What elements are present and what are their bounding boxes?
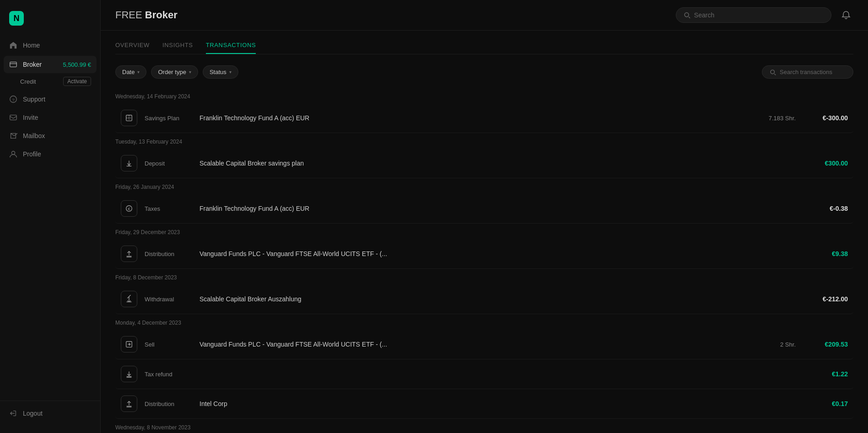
sidebar-label-profile: Profile — [23, 150, 41, 158]
broker-balance: 5,500.99 € — [63, 61, 91, 68]
global-search-bar[interactable] — [676, 7, 831, 23]
date-group-label: Friday, 26 January 2024 — [115, 178, 853, 194]
svg-point-5 — [11, 151, 15, 155]
tab-transactions[interactable]: TRANSACTIONS — [206, 42, 256, 54]
tab-insights[interactable]: INSIGHTS — [162, 42, 193, 54]
sell-icon — [121, 336, 137, 353]
broker-section: Broker 5,500.99 € Credit Activate — [4, 56, 97, 90]
sidebar-label-home: Home — [23, 42, 40, 49]
status-filter-chevron: ▾ — [229, 69, 232, 75]
distribution-icon — [121, 396, 137, 412]
search-input[interactable] — [694, 11, 824, 19]
sidebar-label-broker: Broker — [23, 61, 42, 68]
transaction-amount: €0.17 — [807, 400, 848, 407]
main-content: FREE Broker OVERVIEW — [101, 0, 868, 433]
filters-row: Date ▾ Order type ▾ Status ▾ Search tran… — [115, 65, 853, 79]
transaction-name: Scalable Capital Broker savings plan — [199, 160, 759, 167]
page-title: FREE Broker — [115, 9, 178, 21]
transactions-search-bar[interactable]: Search transactions — [762, 65, 853, 79]
sidebar-bottom: Logout — [0, 401, 100, 426]
transaction-amount: €-212.00 — [807, 295, 848, 303]
transaction-row[interactable]: SellVanguard Funds PLC - Vanguard FTSE A… — [115, 330, 853, 359]
transaction-shares: 2 Shr. — [759, 341, 796, 348]
order-type-filter[interactable]: Order type ▾ — [151, 65, 198, 79]
sidebar-label-support: Support — [23, 96, 45, 103]
transaction-amount: €1.22 — [807, 370, 848, 378]
home-icon — [9, 41, 17, 49]
sidebar: N Home Broker 5,500.99 € — [0, 0, 101, 433]
svg-rect-0 — [10, 62, 16, 67]
sidebar-item-mailbox[interactable]: Mailbox — [4, 127, 97, 144]
sidebar-nav: Home Broker 5,500.99 € Credit Activate — [0, 37, 100, 397]
svg-point-7 — [771, 70, 774, 74]
transaction-type: Deposit — [145, 160, 199, 167]
transaction-shares: 7.183 Shr. — [759, 115, 796, 122]
transaction-type: Tax refund — [145, 371, 199, 378]
credit-activate-button[interactable]: Activate — [63, 77, 91, 86]
sidebar-item-profile[interactable]: Profile — [4, 145, 97, 163]
tx-search-icon — [770, 69, 776, 75]
transaction-name: Vanguard Funds PLC - Vanguard FTSE All-W… — [199, 341, 759, 348]
transaction-name: Intel Corp — [199, 400, 759, 407]
search-icon — [684, 11, 690, 19]
invite-icon — [9, 113, 17, 122]
tax-refund-icon — [121, 366, 137, 382]
sidebar-label-invite: Invite — [23, 114, 38, 121]
sidebar-item-logout[interactable]: Logout — [4, 405, 97, 422]
taxes-icon: € — [121, 200, 137, 217]
svg-rect-4 — [10, 115, 16, 120]
notification-bell[interactable] — [839, 8, 853, 22]
transaction-row[interactable]: Tax refund€1.22 — [115, 359, 853, 389]
transaction-name: Franklin Technology Fund A (acc) EUR — [199, 205, 759, 212]
svg-point-6 — [685, 13, 689, 17]
transaction-amount: €9.38 — [807, 250, 848, 257]
transactions-list: Wednesday, 14 February 2024Savings PlanF… — [115, 88, 853, 433]
date-filter-label: Date — [122, 69, 135, 75]
profile-icon — [9, 150, 17, 158]
transaction-row[interactable]: DistributionVanguard Funds PLC - Vanguar… — [115, 239, 853, 269]
order-type-filter-label: Order type — [158, 69, 186, 75]
transaction-name: Vanguard Funds PLC - Vanguard FTSE All-W… — [199, 250, 759, 257]
svg-text:?: ? — [12, 97, 15, 102]
app-logo[interactable]: N — [9, 11, 24, 26]
status-filter[interactable]: Status ▾ — [203, 65, 238, 79]
broker-row-left: Broker — [9, 60, 42, 69]
withdrawal-icon — [121, 291, 137, 307]
sidebar-item-invite[interactable]: Invite — [4, 109, 97, 126]
sidebar-item-support[interactable]: ? Support — [4, 91, 97, 108]
date-filter[interactable]: Date ▾ — [115, 65, 146, 79]
mailbox-icon — [9, 132, 17, 140]
transaction-amount: €-300.00 — [807, 114, 848, 122]
transaction-name: Franklin Technology Fund A (acc) EUR — [199, 114, 759, 122]
savings-plan-icon — [121, 110, 137, 126]
date-group-label: Friday, 8 December 2023 — [115, 269, 853, 284]
date-group-label: Wednesday, 14 February 2024 — [115, 88, 853, 103]
broker-icon — [9, 60, 17, 69]
transaction-type: Withdrawal — [145, 296, 199, 303]
transaction-amount: €-0.38 — [807, 205, 848, 212]
transaction-amount: €300.00 — [807, 160, 848, 167]
transaction-type: Distribution — [145, 251, 199, 257]
transaction-row[interactable]: DepositScalable Capital Broker savings p… — [115, 149, 853, 178]
topbar-right — [676, 7, 853, 23]
transaction-type: Taxes — [145, 205, 199, 212]
tabs-bar: OVERVIEW INSIGHTS TRANSACTIONS — [115, 42, 853, 54]
status-filter-label: Status — [210, 69, 226, 75]
tab-overview[interactable]: OVERVIEW — [115, 42, 150, 54]
content-area: OVERVIEW INSIGHTS TRANSACTIONS Date ▾ Or… — [101, 31, 868, 433]
sidebar-item-home[interactable]: Home — [4, 37, 97, 54]
date-group-label: Tuesday, 13 February 2024 — [115, 133, 853, 149]
sidebar-label-credit: Credit — [20, 78, 36, 85]
transaction-row[interactable]: €TaxesFranklin Technology Fund A (acc) E… — [115, 194, 853, 224]
sidebar-item-credit[interactable]: Credit Activate — [4, 73, 97, 90]
svg-text:€: € — [128, 207, 130, 211]
transaction-row[interactable]: DistributionIntel Corp€0.17 — [115, 389, 853, 419]
transaction-row[interactable]: WithdrawalScalable Capital Broker Auszah… — [115, 284, 853, 314]
transaction-amount: €209.53 — [807, 341, 848, 348]
date-filter-chevron: ▾ — [137, 69, 140, 75]
transaction-row[interactable]: Savings PlanFranklin Technology Fund A (… — [115, 103, 853, 133]
sidebar-item-broker[interactable]: Broker 5,500.99 € — [4, 56, 97, 73]
sidebar-label-logout: Logout — [23, 410, 43, 417]
support-icon: ? — [9, 95, 17, 103]
order-type-filter-chevron: ▾ — [189, 69, 191, 75]
